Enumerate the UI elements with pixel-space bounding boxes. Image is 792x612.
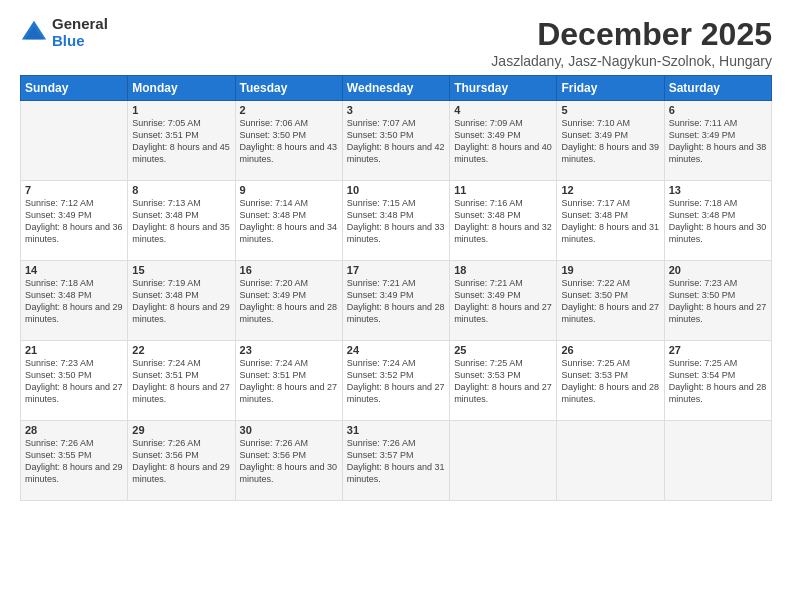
cell-content: Sunrise: 7:24 AM Sunset: 3:52 PM Dayligh… bbox=[347, 357, 445, 406]
cell-content: Sunrise: 7:12 AM Sunset: 3:49 PM Dayligh… bbox=[25, 197, 123, 246]
calendar-table: Sunday Monday Tuesday Wednesday Thursday… bbox=[20, 75, 772, 501]
day-number: 29 bbox=[132, 424, 230, 436]
header: General Blue December 2025 Jaszladany, J… bbox=[20, 16, 772, 69]
cell-content: Sunrise: 7:13 AM Sunset: 3:48 PM Dayligh… bbox=[132, 197, 230, 246]
col-friday: Friday bbox=[557, 76, 664, 101]
day-number: 13 bbox=[669, 184, 767, 196]
day-number: 27 bbox=[669, 344, 767, 356]
day-number: 21 bbox=[25, 344, 123, 356]
cell-content: Sunrise: 7:24 AM Sunset: 3:51 PM Dayligh… bbox=[132, 357, 230, 406]
day-number: 20 bbox=[669, 264, 767, 276]
cell-content: Sunrise: 7:11 AM Sunset: 3:49 PM Dayligh… bbox=[669, 117, 767, 166]
cell-content: Sunrise: 7:26 AM Sunset: 3:56 PM Dayligh… bbox=[240, 437, 338, 486]
calendar-cell: 26Sunrise: 7:25 AM Sunset: 3:53 PM Dayli… bbox=[557, 341, 664, 421]
cell-content: Sunrise: 7:20 AM Sunset: 3:49 PM Dayligh… bbox=[240, 277, 338, 326]
calendar-header: Sunday Monday Tuesday Wednesday Thursday… bbox=[21, 76, 772, 101]
calendar-cell: 9Sunrise: 7:14 AM Sunset: 3:48 PM Daylig… bbox=[235, 181, 342, 261]
day-number: 23 bbox=[240, 344, 338, 356]
calendar-cell: 12Sunrise: 7:17 AM Sunset: 3:48 PM Dayli… bbox=[557, 181, 664, 261]
calendar-cell: 7Sunrise: 7:12 AM Sunset: 3:49 PM Daylig… bbox=[21, 181, 128, 261]
calendar-cell: 10Sunrise: 7:15 AM Sunset: 3:48 PM Dayli… bbox=[342, 181, 449, 261]
logo-general: General bbox=[52, 16, 108, 33]
cell-content: Sunrise: 7:18 AM Sunset: 3:48 PM Dayligh… bbox=[669, 197, 767, 246]
cell-content: Sunrise: 7:25 AM Sunset: 3:53 PM Dayligh… bbox=[561, 357, 659, 406]
calendar-cell: 11Sunrise: 7:16 AM Sunset: 3:48 PM Dayli… bbox=[450, 181, 557, 261]
day-number: 17 bbox=[347, 264, 445, 276]
cell-content: Sunrise: 7:14 AM Sunset: 3:48 PM Dayligh… bbox=[240, 197, 338, 246]
calendar-cell: 29Sunrise: 7:26 AM Sunset: 3:56 PM Dayli… bbox=[128, 421, 235, 501]
title-month: December 2025 bbox=[491, 16, 772, 53]
col-saturday: Saturday bbox=[664, 76, 771, 101]
day-number: 18 bbox=[454, 264, 552, 276]
cell-content: Sunrise: 7:25 AM Sunset: 3:54 PM Dayligh… bbox=[669, 357, 767, 406]
title-block: December 2025 Jaszladany, Jasz-Nagykun-S… bbox=[491, 16, 772, 69]
calendar-cell: 21Sunrise: 7:23 AM Sunset: 3:50 PM Dayli… bbox=[21, 341, 128, 421]
day-number: 6 bbox=[669, 104, 767, 116]
cell-content: Sunrise: 7:21 AM Sunset: 3:49 PM Dayligh… bbox=[454, 277, 552, 326]
calendar-cell: 5Sunrise: 7:10 AM Sunset: 3:49 PM Daylig… bbox=[557, 101, 664, 181]
header-row: Sunday Monday Tuesday Wednesday Thursday… bbox=[21, 76, 772, 101]
cell-content: Sunrise: 7:19 AM Sunset: 3:48 PM Dayligh… bbox=[132, 277, 230, 326]
title-location: Jaszladany, Jasz-Nagykun-Szolnok, Hungar… bbox=[491, 53, 772, 69]
calendar-cell bbox=[450, 421, 557, 501]
day-number: 22 bbox=[132, 344, 230, 356]
calendar-cell: 14Sunrise: 7:18 AM Sunset: 3:48 PM Dayli… bbox=[21, 261, 128, 341]
calendar-cell: 25Sunrise: 7:25 AM Sunset: 3:53 PM Dayli… bbox=[450, 341, 557, 421]
calendar-cell: 3Sunrise: 7:07 AM Sunset: 3:50 PM Daylig… bbox=[342, 101, 449, 181]
calendar-cell: 31Sunrise: 7:26 AM Sunset: 3:57 PM Dayli… bbox=[342, 421, 449, 501]
logo-blue: Blue bbox=[52, 33, 108, 50]
cell-content: Sunrise: 7:10 AM Sunset: 3:49 PM Dayligh… bbox=[561, 117, 659, 166]
cell-content: Sunrise: 7:18 AM Sunset: 3:48 PM Dayligh… bbox=[25, 277, 123, 326]
cell-content: Sunrise: 7:25 AM Sunset: 3:53 PM Dayligh… bbox=[454, 357, 552, 406]
calendar-cell: 23Sunrise: 7:24 AM Sunset: 3:51 PM Dayli… bbox=[235, 341, 342, 421]
calendar-cell: 13Sunrise: 7:18 AM Sunset: 3:48 PM Dayli… bbox=[664, 181, 771, 261]
week-row-1: 7Sunrise: 7:12 AM Sunset: 3:49 PM Daylig… bbox=[21, 181, 772, 261]
calendar-cell: 2Sunrise: 7:06 AM Sunset: 3:50 PM Daylig… bbox=[235, 101, 342, 181]
day-number: 10 bbox=[347, 184, 445, 196]
calendar-cell: 8Sunrise: 7:13 AM Sunset: 3:48 PM Daylig… bbox=[128, 181, 235, 261]
day-number: 9 bbox=[240, 184, 338, 196]
calendar-cell: 19Sunrise: 7:22 AM Sunset: 3:50 PM Dayli… bbox=[557, 261, 664, 341]
day-number: 2 bbox=[240, 104, 338, 116]
calendar-cell: 30Sunrise: 7:26 AM Sunset: 3:56 PM Dayli… bbox=[235, 421, 342, 501]
day-number: 5 bbox=[561, 104, 659, 116]
day-number: 24 bbox=[347, 344, 445, 356]
calendar-cell: 4Sunrise: 7:09 AM Sunset: 3:49 PM Daylig… bbox=[450, 101, 557, 181]
calendar-cell: 16Sunrise: 7:20 AM Sunset: 3:49 PM Dayli… bbox=[235, 261, 342, 341]
week-row-2: 14Sunrise: 7:18 AM Sunset: 3:48 PM Dayli… bbox=[21, 261, 772, 341]
calendar-cell: 27Sunrise: 7:25 AM Sunset: 3:54 PM Dayli… bbox=[664, 341, 771, 421]
cell-content: Sunrise: 7:26 AM Sunset: 3:57 PM Dayligh… bbox=[347, 437, 445, 486]
calendar-cell: 24Sunrise: 7:24 AM Sunset: 3:52 PM Dayli… bbox=[342, 341, 449, 421]
calendar-cell: 17Sunrise: 7:21 AM Sunset: 3:49 PM Dayli… bbox=[342, 261, 449, 341]
day-number: 3 bbox=[347, 104, 445, 116]
cell-content: Sunrise: 7:24 AM Sunset: 3:51 PM Dayligh… bbox=[240, 357, 338, 406]
cell-content: Sunrise: 7:23 AM Sunset: 3:50 PM Dayligh… bbox=[25, 357, 123, 406]
col-wednesday: Wednesday bbox=[342, 76, 449, 101]
calendar-cell: 18Sunrise: 7:21 AM Sunset: 3:49 PM Dayli… bbox=[450, 261, 557, 341]
week-row-3: 21Sunrise: 7:23 AM Sunset: 3:50 PM Dayli… bbox=[21, 341, 772, 421]
cell-content: Sunrise: 7:07 AM Sunset: 3:50 PM Dayligh… bbox=[347, 117, 445, 166]
calendar-cell: 6Sunrise: 7:11 AM Sunset: 3:49 PM Daylig… bbox=[664, 101, 771, 181]
day-number: 8 bbox=[132, 184, 230, 196]
col-thursday: Thursday bbox=[450, 76, 557, 101]
cell-content: Sunrise: 7:06 AM Sunset: 3:50 PM Dayligh… bbox=[240, 117, 338, 166]
col-sunday: Sunday bbox=[21, 76, 128, 101]
calendar-cell: 1Sunrise: 7:05 AM Sunset: 3:51 PM Daylig… bbox=[128, 101, 235, 181]
day-number: 15 bbox=[132, 264, 230, 276]
calendar-cell bbox=[557, 421, 664, 501]
logo-text: General Blue bbox=[52, 16, 108, 49]
cell-content: Sunrise: 7:16 AM Sunset: 3:48 PM Dayligh… bbox=[454, 197, 552, 246]
logo: General Blue bbox=[20, 16, 108, 49]
col-tuesday: Tuesday bbox=[235, 76, 342, 101]
calendar-cell: 28Sunrise: 7:26 AM Sunset: 3:55 PM Dayli… bbox=[21, 421, 128, 501]
cell-content: Sunrise: 7:17 AM Sunset: 3:48 PM Dayligh… bbox=[561, 197, 659, 246]
cell-content: Sunrise: 7:21 AM Sunset: 3:49 PM Dayligh… bbox=[347, 277, 445, 326]
day-number: 1 bbox=[132, 104, 230, 116]
cell-content: Sunrise: 7:26 AM Sunset: 3:56 PM Dayligh… bbox=[132, 437, 230, 486]
logo-icon bbox=[20, 19, 48, 47]
day-number: 25 bbox=[454, 344, 552, 356]
page: General Blue December 2025 Jaszladany, J… bbox=[0, 0, 792, 612]
day-number: 14 bbox=[25, 264, 123, 276]
calendar-body: 1Sunrise: 7:05 AM Sunset: 3:51 PM Daylig… bbox=[21, 101, 772, 501]
calendar-cell: 20Sunrise: 7:23 AM Sunset: 3:50 PM Dayli… bbox=[664, 261, 771, 341]
